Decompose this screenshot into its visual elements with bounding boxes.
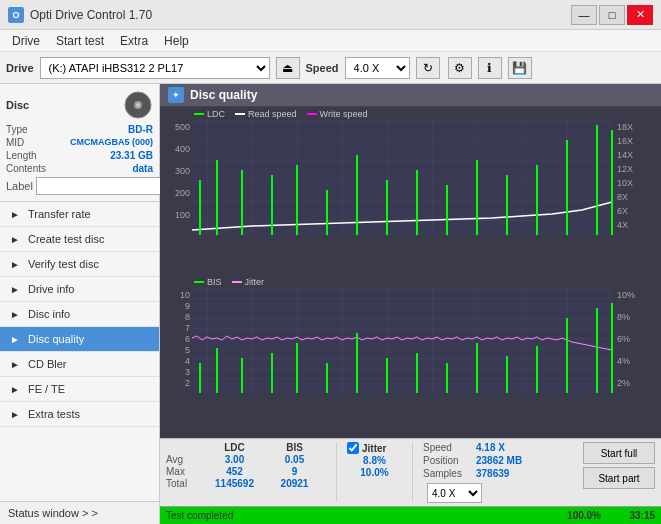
drive-label: Drive	[6, 62, 34, 74]
save-button[interactable]: 💾	[508, 57, 532, 79]
disc-quality-title: Disc quality	[190, 88, 257, 102]
eject-button[interactable]: ⏏	[276, 57, 300, 79]
sidebar-item-create-test-disc[interactable]: ► Create test disc	[0, 227, 159, 252]
app-icon: O	[8, 7, 24, 23]
refresh-button[interactable]: ↻	[416, 57, 440, 79]
jitter-col-header: Jitter	[362, 443, 386, 454]
ldc-bis-stats: LDC BIS Avg 3.00 0.05 Max 452 9 Total 11…	[166, 442, 326, 489]
disc-label-input[interactable]	[36, 177, 169, 195]
start-part-button[interactable]: Start part	[583, 467, 655, 489]
ldc-total-value: 1145692	[202, 478, 267, 489]
info-button[interactable]: ℹ	[478, 57, 502, 79]
legend-read-speed-label: Read speed	[248, 109, 297, 119]
legend-ldc-label: LDC	[207, 109, 225, 119]
total-row-label: Total	[166, 478, 202, 489]
speed-label: Speed	[306, 62, 339, 74]
cd-bler-icon: ►	[8, 357, 22, 371]
svg-text:4X: 4X	[617, 220, 628, 230]
bottom-chart-area: BIS Jitter	[160, 277, 661, 437]
sidebar-item-transfer-rate-label: Transfer rate	[28, 208, 91, 220]
drive-select[interactable]: (K:) ATAPI iHBS312 2 PL17	[40, 57, 270, 79]
legend-write-speed-label: Write speed	[320, 109, 368, 119]
start-full-button[interactable]: Start full	[583, 442, 655, 464]
legend-ldc: LDC	[194, 109, 225, 119]
drivebar: Drive (K:) ATAPI iHBS312 2 PL17 ⏏ Speed …	[0, 52, 661, 84]
position-stat-value: 23862 MB	[476, 455, 522, 466]
status-window-button[interactable]: Status window > >	[0, 501, 159, 524]
speed-select[interactable]: 4.0 X	[345, 57, 410, 79]
content-area: ✦ Disc quality LDC Read speed	[160, 84, 661, 524]
disc-mid-value: CMCMAGBA5 (000)	[70, 137, 153, 148]
sidebar-item-verify-test-disc[interactable]: ► Verify test disc	[0, 252, 159, 277]
avg-row-label: Avg	[166, 454, 202, 465]
disc-info-panel: Disc Type BD-R MID CMCMAGBA5 (000) Lengt…	[0, 84, 159, 202]
sidebar-item-transfer-rate[interactable]: ► Transfer rate	[0, 202, 159, 227]
bis-total-value: 20921	[267, 478, 322, 489]
fe-te-icon: ►	[8, 382, 22, 396]
svg-text:8X: 8X	[617, 192, 628, 202]
disc-length-value: 23.31 GB	[110, 150, 153, 161]
svg-text:10: 10	[180, 290, 190, 300]
svg-text:4%: 4%	[617, 356, 630, 366]
sidebar-item-cd-bler[interactable]: ► CD Bler	[0, 352, 159, 377]
disc-quality-header: ✦ Disc quality	[160, 84, 661, 107]
window-controls: — □ ✕	[571, 5, 653, 25]
disc-icon	[123, 90, 153, 120]
create-test-icon: ►	[8, 232, 22, 246]
sidebar-item-disc-info[interactable]: ► Disc info	[0, 302, 159, 327]
sidebar-item-extra-tests[interactable]: ► Extra tests	[0, 402, 159, 427]
sidebar-item-extra-tests-label: Extra tests	[28, 408, 80, 420]
menu-start-test[interactable]: Start test	[48, 32, 112, 50]
minimize-button[interactable]: —	[571, 5, 597, 25]
menu-drive[interactable]: Drive	[4, 32, 48, 50]
sidebar-item-fe-te[interactable]: ► FE / TE	[0, 377, 159, 402]
ldc-col-header: LDC	[202, 442, 267, 453]
svg-text:300: 300	[175, 166, 190, 176]
position-stat-label: Position	[423, 455, 473, 466]
svg-text:6: 6	[185, 334, 190, 344]
svg-text:8%: 8%	[617, 312, 630, 322]
app-title: Opti Drive Control 1.70	[30, 8, 152, 22]
legend-bis-label: BIS	[207, 277, 222, 287]
svg-text:4: 4	[185, 356, 190, 366]
speed-stat-label: Speed	[423, 442, 473, 453]
samples-stat-label: Samples	[423, 468, 473, 479]
ldc-max-value: 452	[202, 466, 267, 477]
svg-text:9: 9	[185, 301, 190, 311]
disc-section-label: Disc	[6, 99, 29, 111]
verify-test-icon: ►	[8, 257, 22, 271]
disc-contents-value: data	[132, 163, 153, 174]
sidebar-item-drive-info-label: Drive info	[28, 283, 74, 295]
close-button[interactable]: ✕	[627, 5, 653, 25]
stats-bar: LDC BIS Avg 3.00 0.05 Max 452 9 Total 11…	[160, 438, 661, 506]
sidebar-item-drive-info[interactable]: ► Drive info	[0, 277, 159, 302]
speed-stat-value: 4.18 X	[476, 442, 505, 453]
legend-jitter-label: Jitter	[245, 277, 265, 287]
disc-type-row: Type BD-R	[6, 124, 153, 135]
settings-button[interactable]: ⚙	[448, 57, 472, 79]
charts-wrapper: LDC Read speed Write speed	[160, 107, 661, 438]
main-area: Disc Type BD-R MID CMCMAGBA5 (000) Lengt…	[0, 84, 661, 524]
legend-write-speed: Write speed	[307, 109, 368, 119]
maximize-button[interactable]: □	[599, 5, 625, 25]
disc-quality-header-icon: ✦	[168, 87, 184, 103]
disc-type-value: BD-R	[128, 124, 153, 135]
sidebar: Disc Type BD-R MID CMCMAGBA5 (000) Lengt…	[0, 84, 160, 524]
svg-text:2%: 2%	[617, 378, 630, 388]
progress-bar-container: Test completed 100.0% 33:15	[160, 506, 661, 524]
svg-text:12X: 12X	[617, 164, 633, 174]
bottom-legend: BIS Jitter	[162, 277, 659, 287]
legend-jitter: Jitter	[232, 277, 265, 287]
svg-point-2	[136, 103, 140, 107]
svg-text:7: 7	[185, 323, 190, 333]
menu-extra[interactable]: Extra	[112, 32, 156, 50]
svg-rect-4	[192, 120, 612, 235]
sidebar-item-disc-quality[interactable]: ► Disc quality	[0, 327, 159, 352]
svg-text:8: 8	[185, 312, 190, 322]
menu-help[interactable]: Help	[156, 32, 197, 50]
top-chart-area: LDC Read speed Write speed	[160, 109, 661, 269]
status-window-label: Status window > >	[8, 507, 98, 519]
svg-text:400: 400	[175, 144, 190, 154]
speed-select-stats[interactable]: 4.0 X	[427, 483, 482, 503]
jitter-checkbox[interactable]	[347, 442, 359, 454]
